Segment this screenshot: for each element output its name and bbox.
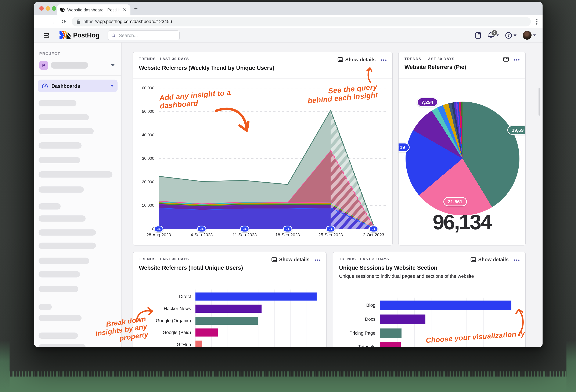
insight-card-pie: TRENDS · LAST 30 DAYS	[398, 52, 526, 246]
bar-label: Docs	[333, 317, 375, 322]
skeleton-bar	[39, 215, 86, 221]
area-chart	[159, 88, 386, 229]
posthog-wordmark: PostHog	[73, 31, 100, 39]
pie-slice-label: 21,661	[443, 197, 467, 206]
project-selector[interactable]: P	[38, 59, 117, 71]
y-axis-tick: 0	[133, 226, 154, 231]
workspace: PROJECT P Dashboards	[34, 43, 543, 347]
bar-label: Blog	[333, 303, 375, 308]
project-avatar: P	[39, 61, 48, 70]
insight-title: Website Referrers (Pie)	[404, 64, 519, 70]
x-axis-tick: 28-Aug-2023	[146, 233, 171, 237]
card-divider	[133, 78, 392, 78]
new-tab-button[interactable]: +	[134, 5, 138, 12]
green-edge-left	[0, 340, 9, 392]
bar-label: Pricing Page	[333, 331, 375, 336]
minimize-window-button[interactable]	[46, 6, 50, 11]
skeleton-bar	[39, 229, 96, 235]
account-button[interactable]	[523, 31, 536, 40]
browser-tab[interactable]: Website dashboard - PostHog ✕	[57, 4, 130, 15]
x-axis-tick: 4-Sep-2023	[191, 233, 213, 237]
skeleton-bar	[39, 114, 89, 120]
show-details-button[interactable]: Show details	[338, 57, 376, 62]
overflow-count-badge: 9+	[326, 226, 335, 232]
tab-close-icon[interactable]: ✕	[122, 6, 127, 13]
skeleton-bar	[39, 203, 60, 209]
skeleton-bar	[39, 243, 96, 249]
green-pixel-strip	[0, 377, 576, 392]
y-axis-tick: 40,000	[133, 132, 154, 137]
help-icon: ?	[505, 32, 512, 39]
close-window-button[interactable]	[39, 6, 44, 11]
chevron-down-icon	[533, 34, 536, 36]
url-text: https://app.posthog.com/dashboard/123456	[84, 19, 172, 24]
dashboard-gauge-icon	[41, 82, 48, 89]
search-input[interactable]	[118, 32, 176, 38]
y-axis-tick: 20,000	[133, 179, 154, 184]
scrollbar-thumb[interactable]	[539, 88, 540, 116]
search-icon	[111, 33, 115, 38]
card-divider	[399, 78, 525, 78]
marketing-backdrop: Website dashboard - PostHog ✕ + ← → ⟳ ht…	[0, 0, 576, 392]
zoom-window-button[interactable]	[52, 6, 56, 11]
search-box[interactable]	[108, 30, 180, 40]
svg-text:?: ?	[507, 33, 510, 37]
project-section-label: PROJECT	[39, 52, 60, 56]
arrow-down-right	[211, 104, 255, 138]
bar-label: GitHub	[133, 342, 191, 347]
posthog-logo[interactable]: PostHog	[59, 31, 100, 39]
more-icon[interactable]	[514, 58, 519, 60]
address-bar[interactable]: https://app.posthog.com/dashboard/123456	[72, 17, 531, 26]
sidebar-item-label: Dashboards	[52, 83, 80, 89]
chevron-down-icon	[514, 34, 517, 36]
back-icon[interactable]: ←	[39, 19, 45, 25]
show-details-button[interactable]	[503, 57, 509, 62]
forward-icon[interactable]: →	[50, 19, 56, 25]
skeleton-bar	[39, 344, 86, 347]
more-icon[interactable]	[381, 58, 386, 61]
skeleton-bar	[39, 271, 80, 277]
overflow-count-badge: 9+	[197, 226, 206, 232]
posthog-favicon	[60, 8, 65, 12]
bar	[196, 292, 317, 301]
skeleton-bar	[39, 142, 82, 149]
bar	[380, 314, 426, 324]
skeleton-bar	[39, 186, 84, 192]
posthog-logo-icon	[59, 31, 71, 39]
y-axis-tick: 30,000	[133, 156, 154, 160]
help-button[interactable]: ?	[505, 32, 517, 39]
notebook-button[interactable]	[474, 32, 481, 39]
skeleton-bar	[39, 258, 89, 264]
reload-icon[interactable]: ⟳	[60, 18, 67, 25]
sidebar-item-dashboards[interactable]: Dashboards	[38, 79, 117, 92]
tab-strip: Website dashboard - PostHog ✕ +	[34, 2, 543, 15]
browser-toolbar: ← → ⟳ https://app.posthog.com/dashboard/…	[34, 15, 543, 28]
x-axis-tick: 2-Oct-2023	[363, 233, 384, 237]
browser-window: Website dashboard - PostHog ✕ + ← → ⟳ ht…	[34, 2, 543, 347]
chevron-down-icon	[111, 64, 115, 66]
overflow-count-badge: 9+	[369, 226, 378, 232]
green-pixel-dither	[0, 371, 576, 378]
sidebar-divider	[34, 75, 121, 76]
insight-title: Website Referrers (Weekly Trend by Uniqu…	[139, 65, 386, 71]
app-header: PostHog	[34, 28, 543, 43]
insight-eyebrow: TRENDS · LAST 30 DAYS	[139, 57, 189, 61]
x-axis-tick: 18-Sep-2023	[276, 233, 300, 237]
bar-label: Tutorials	[333, 344, 375, 347]
insight-card-weekly-trend: TRENDS · LAST 30 DAYS Show details	[133, 52, 393, 246]
overflow-count-badge: 9+	[283, 226, 292, 232]
bar-chart-referrers: DirectHacker NewsGoogle (Organic)Google …	[133, 252, 326, 347]
notifications-button[interactable]: 0	[488, 32, 499, 39]
dashboard-main: TRENDS · LAST 30 DAYS Show details	[121, 43, 543, 347]
details-icon	[338, 57, 343, 62]
skeleton-bar	[39, 286, 78, 292]
skeleton-bar	[39, 171, 113, 178]
bar-label: Direct	[133, 294, 191, 299]
sidebar-collapse-icon[interactable]	[43, 32, 50, 39]
sidebar: PROJECT P Dashboards	[34, 43, 121, 347]
browser-menu-icon[interactable]	[536, 21, 537, 23]
notification-count-badge: 0	[491, 29, 498, 36]
skeleton-bar	[39, 304, 52, 310]
insight-eyebrow: TRENDS · LAST 30 DAYS	[404, 57, 455, 61]
insight-card-total-users: TRENDS · LAST 30 DAYS Show details	[133, 252, 327, 347]
